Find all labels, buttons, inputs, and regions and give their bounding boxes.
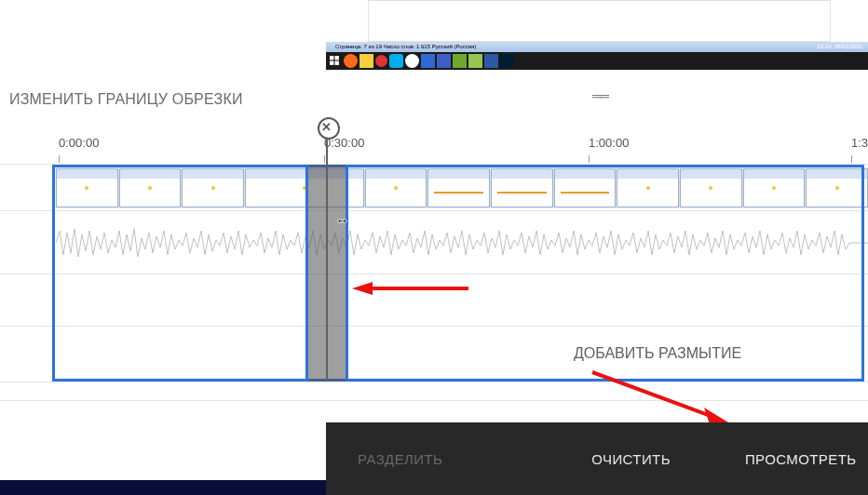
clock-text: 22:24: [818, 44, 832, 49]
video-track[interactable]: [0, 165, 868, 211]
skype-icon: [389, 54, 403, 68]
ruler-tick: 1:30: [851, 136, 868, 150]
preview-statusbar: Страница: 7 из 19 Число слов: 1 615 Русс…: [326, 42, 868, 52]
thumbnail: [56, 168, 118, 207]
blur-track[interactable]: ДОБАВИТЬ РАЗМЫТИЕ: [0, 327, 868, 382]
app-icon-4: [468, 54, 482, 68]
photoshop-icon: [500, 54, 514, 68]
empty-track-2[interactable]: [0, 382, 868, 401]
clear-button[interactable]: ОЧИСТИТЬ: [591, 451, 671, 467]
close-playhead-icon[interactable]: ✕: [321, 120, 332, 134]
app-icon-3: [453, 54, 467, 68]
app-icon-2: [437, 54, 451, 68]
thumbnail: [182, 168, 244, 207]
action-bar: РАЗДЕЛИТЬ ОЧИСТИТЬ ПРОСМОТРЕТЬ: [326, 422, 868, 495]
opera-icon: [375, 55, 387, 67]
bottom-taskbar-strip: [0, 480, 326, 495]
split-button[interactable]: РАЗДЕЛИТЬ: [358, 451, 442, 467]
word-icon: [484, 54, 498, 68]
svg-rect-2: [330, 61, 333, 65]
svg-rect-0: [330, 56, 333, 60]
panel-resize-grip-icon[interactable]: ══: [592, 88, 607, 103]
thumbnail: [743, 168, 806, 207]
preview-button[interactable]: ПРОСМОТРЕТЬ: [745, 451, 857, 467]
audio-track[interactable]: [0, 211, 868, 274]
thumbnail: [365, 168, 427, 207]
timeline-ruler[interactable]: 0:00:00 0:30:00 1:00:00 1:30: [0, 123, 868, 165]
video-thumbnails: [56, 168, 868, 207]
thumbnail: [491, 168, 553, 207]
svg-rect-1: [335, 56, 339, 60]
app-icon: [421, 54, 435, 68]
thumbnail: [680, 168, 742, 207]
preview-clock: 22:24 28/01/2021: [818, 42, 862, 52]
file-explorer-icon: [359, 54, 373, 68]
video-preview-area: Страница: 7 из 19 Число слов: 1 615 Русс…: [0, 0, 868, 73]
firefox-icon: [344, 54, 358, 68]
ruler-tick: 1:00:00: [589, 136, 629, 150]
chrome-icon: [405, 54, 419, 68]
preview-taskbar: [326, 52, 868, 70]
preview-doc: [368, 0, 831, 42]
audio-waveform: [56, 221, 868, 264]
add-blur-label[interactable]: ДОБАВИТЬ РАЗМЫТИЕ: [574, 345, 741, 362]
thumbnail: [617, 168, 679, 207]
ruler-tick: 0:00:00: [59, 136, 99, 150]
thumbnail: [806, 168, 868, 207]
windows-icon: [328, 54, 342, 68]
empty-track-1[interactable]: [0, 274, 868, 327]
thumbnail: [119, 168, 182, 207]
date-text: 28/01/2021: [834, 44, 862, 49]
preview-screenshot: Страница: 7 из 19 Число слов: 1 615 Русс…: [326, 0, 868, 70]
thumbnail: [554, 168, 617, 207]
section-title: ИЗМЕНИТЬ ГРАНИЦУ ОБРЕЗКИ: [9, 91, 243, 108]
preview-status-text: Страница: 7 из 19 Число слов: 1 615 Русс…: [335, 44, 476, 49]
timeline[interactable]: 0:00:00 0:30:00 1:00:00 1:30 ДОБ: [0, 123, 868, 402]
playhead[interactable]: ✕: [326, 123, 328, 381]
svg-rect-3: [335, 61, 339, 65]
thumbnail: [427, 168, 490, 207]
